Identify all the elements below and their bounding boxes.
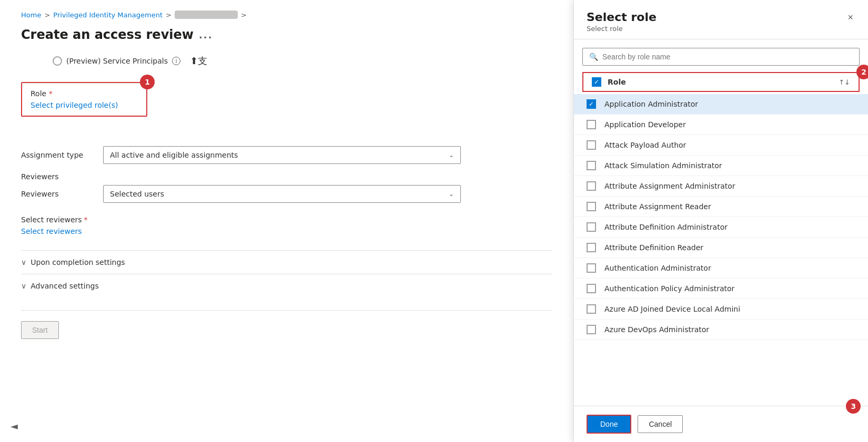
right-panel: Select role Select role × 🔍 ✓ Role ↑↓ 2 bbox=[573, 0, 868, 442]
role-name: Attribute Definition Reader bbox=[604, 243, 703, 252]
assignment-type-row: Assignment type All active and eligible … bbox=[21, 146, 552, 164]
scroll-left-indicator[interactable]: ◄ bbox=[11, 420, 18, 431]
start-section: Start bbox=[21, 310, 552, 339]
done-button[interactable]: Done bbox=[587, 415, 631, 434]
breadcrumb-pim[interactable]: Privileged Identity Management bbox=[53, 11, 163, 19]
role-list-item[interactable]: Attack Payload Author bbox=[574, 135, 868, 156]
breadcrumb-sep-2: > bbox=[166, 11, 171, 19]
breadcrumb-blurred bbox=[175, 11, 238, 19]
role-checkbox[interactable] bbox=[587, 263, 596, 273]
search-icon: 🔍 bbox=[589, 53, 598, 61]
badge-3: 3 bbox=[846, 399, 861, 414]
advanced-chevron-icon: ∨ bbox=[21, 282, 26, 290]
assignment-type-dropdown[interactable]: All active and eligible assignments ⌄ bbox=[103, 146, 461, 164]
main-content: Home > Privileged Identity Management > … bbox=[0, 0, 573, 442]
role-name: Attack Simulation Administrator bbox=[604, 161, 722, 170]
service-principal-radio[interactable] bbox=[53, 56, 62, 66]
role-checkbox[interactable] bbox=[587, 304, 596, 314]
role-name: Attribute Assignment Reader bbox=[604, 202, 711, 211]
service-principal-row: (Preview) Service Principals i ⬆⽀ bbox=[53, 55, 552, 67]
role-column-header: Role bbox=[608, 78, 839, 86]
reviewers-section: Reviewers Reviewers Selected users ⌄ bbox=[21, 172, 552, 203]
select-roles-link[interactable]: Select privileged role(s) bbox=[31, 101, 118, 109]
role-name: Application Developer bbox=[604, 120, 686, 129]
role-list-item[interactable]: Authentication Administrator bbox=[574, 258, 868, 279]
role-name: Attack Payload Author bbox=[604, 141, 686, 149]
role-checkbox[interactable] bbox=[587, 243, 596, 252]
role-checkbox[interactable]: ✓ bbox=[587, 99, 596, 109]
breadcrumb-sep-1: > bbox=[44, 11, 50, 19]
role-checkbox[interactable] bbox=[587, 202, 596, 211]
role-checkbox[interactable] bbox=[587, 140, 596, 150]
completion-settings-section[interactable]: ∨ Upon completion settings bbox=[21, 250, 552, 274]
role-list-item[interactable]: ✓Application Administrator bbox=[574, 94, 868, 115]
panel-close-button[interactable]: × bbox=[845, 11, 855, 24]
role-list-item[interactable]: Azure DevOps Administrator bbox=[574, 320, 868, 340]
role-checkbox[interactable] bbox=[587, 161, 596, 170]
panel-subtitle: Select role bbox=[587, 25, 657, 33]
role-list-item[interactable]: Attribute Definition Reader bbox=[574, 238, 868, 258]
start-button[interactable]: Start bbox=[21, 321, 59, 339]
panel-title: Select role bbox=[587, 11, 657, 24]
info-icon[interactable]: i bbox=[172, 57, 180, 65]
search-input[interactable] bbox=[602, 53, 853, 61]
select-reviewers-label: Select reviewers bbox=[21, 215, 82, 224]
completion-chevron-icon: ∨ bbox=[21, 258, 26, 266]
role-list-header: ✓ Role ↑↓ bbox=[582, 72, 860, 92]
role-checkbox[interactable] bbox=[587, 120, 596, 129]
reviewers-label: Reviewers bbox=[21, 190, 95, 198]
sort-icon[interactable]: ↑↓ bbox=[839, 78, 850, 86]
breadcrumb-sep-3: > bbox=[241, 11, 247, 19]
role-check-icon: ✓ bbox=[589, 100, 594, 108]
role-checkbox[interactable] bbox=[587, 222, 596, 232]
role-list-item[interactable]: Authentication Policy Administrator bbox=[574, 279, 868, 299]
assignment-type-chevron-icon: ⌄ bbox=[449, 151, 454, 159]
advanced-settings-section[interactable]: ∨ Advanced settings bbox=[21, 274, 552, 297]
reviewers-dropdown[interactable]: Selected users ⌄ bbox=[103, 185, 461, 203]
panel-header: Select role Select role × bbox=[574, 0, 868, 39]
role-name: Attribute Definition Administrator bbox=[604, 223, 728, 231]
breadcrumb-home[interactable]: Home bbox=[21, 11, 41, 19]
role-list-item[interactable]: Application Developer bbox=[574, 115, 868, 135]
search-box[interactable]: 🔍 bbox=[582, 48, 860, 66]
panel-body: 🔍 ✓ Role ↑↓ 2 ✓Application Administrator… bbox=[574, 39, 868, 406]
role-list-item[interactable]: Attribute Definition Administrator bbox=[574, 217, 868, 238]
cancel-button[interactable]: Cancel bbox=[638, 415, 683, 433]
reviewers-chevron-icon: ⌄ bbox=[449, 190, 454, 198]
role-required-star: * bbox=[49, 89, 53, 98]
badge-1: 1 bbox=[140, 75, 155, 89]
role-label: Role * bbox=[31, 89, 138, 98]
breadcrumb: Home > Privileged Identity Management > … bbox=[21, 11, 552, 19]
role-list-item[interactable]: Attribute Assignment Administrator bbox=[574, 176, 868, 197]
role-checkbox[interactable] bbox=[587, 284, 596, 293]
assignment-type-label: Assignment type bbox=[21, 151, 95, 159]
select-reviewers-star: * bbox=[84, 215, 88, 224]
select-reviewers-link[interactable]: Select reviewers bbox=[21, 227, 82, 235]
badge-2: 2 bbox=[856, 65, 868, 79]
reviewers-field-row: Reviewers Selected users ⌄ bbox=[21, 185, 552, 203]
page-title-row: Create an access review ... bbox=[21, 27, 552, 42]
select-all-check-icon: ✓ bbox=[594, 79, 599, 85]
role-name: Azure DevOps Administrator bbox=[604, 325, 709, 334]
role-list-item[interactable]: Attribute Assignment Reader bbox=[574, 197, 868, 217]
role-list-item[interactable]: Attack Simulation Administrator bbox=[574, 156, 868, 176]
select-all-checkbox[interactable]: ✓ bbox=[592, 77, 601, 87]
role-list-item[interactable]: Azure AD Joined Device Local Admini bbox=[574, 299, 868, 320]
page-title: Create an access review bbox=[21, 27, 194, 42]
role-checkbox[interactable] bbox=[587, 181, 596, 191]
panel-footer: Done Cancel 3 bbox=[574, 406, 868, 442]
page-title-ellipsis[interactable]: ... bbox=[199, 29, 213, 40]
reviewers-section-label: Reviewers bbox=[21, 172, 552, 181]
role-list: ✓Application AdministratorApplication De… bbox=[574, 94, 868, 340]
select-reviewers-section: Select reviewers * Select reviewers bbox=[21, 215, 552, 235]
role-section: Role * Select privileged role(s) bbox=[21, 82, 147, 117]
role-name: Azure AD Joined Device Local Admini bbox=[604, 305, 740, 313]
cursor-arrow-icon: ⬆⽀ bbox=[190, 55, 207, 67]
role-name: Authentication Policy Administrator bbox=[604, 284, 734, 293]
role-name: Authentication Administrator bbox=[604, 264, 711, 272]
role-name: Application Administrator bbox=[604, 100, 698, 108]
advanced-settings-label: Advanced settings bbox=[31, 282, 98, 290]
search-container: 🔍 bbox=[574, 48, 868, 72]
role-checkbox[interactable] bbox=[587, 325, 596, 334]
role-name: Attribute Assignment Administrator bbox=[604, 182, 735, 190]
